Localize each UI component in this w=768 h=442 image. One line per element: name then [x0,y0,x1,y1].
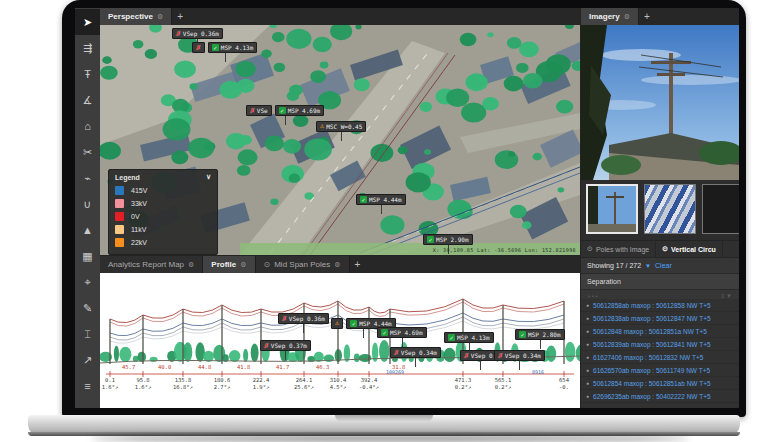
list-item[interactable]: ●50612838ab maxop : 50612847 NW T+5 [581,312,739,325]
draw-pen-icon[interactable]: ✎ [75,295,100,321]
measurement-label[interactable]: ✓MSP 4.13m [444,332,494,343]
legend-label: 11kV [131,226,146,233]
pole-photo[interactable] [581,25,739,180]
terrain-icon[interactable]: ▲ [75,217,100,243]
measurement-label[interactable]: ✓MSP 2.90m [423,234,473,245]
gear-icon[interactable]: ⚙ [240,261,246,269]
snap-magnet-icon[interactable]: ∪ [75,191,100,217]
pole-photo-image [581,25,739,180]
legend-title: Legend [115,174,140,181]
clear-filter-link[interactable]: Clear [655,262,672,269]
filter-icon[interactable]: ▼ [645,263,651,269]
check-icon: ✓ [381,329,388,336]
measurement-label[interactable]: ✓MSP 4.69m [377,327,427,338]
list-item[interactable]: ●50612858ab maxop : 50612858 NW T+5 [581,299,739,312]
measurement-box: ✗VSep 0.34m [494,350,545,361]
measurement-label[interactable]: ✗VSep 0.36m [172,28,223,39]
legend-label: 33kV [131,200,147,207]
list-item[interactable]: ●50612839ab maxop : 50612841 NW T+5 [581,338,739,351]
layers-list-icon[interactable]: ≡ [75,373,100,399]
legend-label: 415V [131,187,147,194]
profile-tabs: Analytics Report Map⚙Profile⚙⊙Mid Span P… [100,256,350,273]
gear-icon[interactable]: ⚙ [334,261,340,269]
list-item[interactable]: ●50612854 maxop : 50612851ab NW T+5 [581,377,739,390]
measurement-label[interactable]: ✓MSP 2.80m [515,329,565,340]
legend-label: 0V [131,213,140,220]
imagery-thumbnail[interactable] [586,184,638,234]
measurement-label[interactable]: ✗VSep 0.36m [278,313,329,324]
imagery-thumbnails [581,180,739,240]
list-tab-vertical-circu[interactable]: ⊙Vertical Circu [656,241,723,257]
x-icon: ✗ [264,342,269,349]
imagery-thumbnail[interactable] [644,184,696,234]
tab-perspective-label: Perspective [108,12,153,21]
warn-icon: ⚠ [320,123,324,130]
poles-list-panel: ⊙Poles with Image⊙Vertical Circu Showing… [581,241,739,408]
measurement-label[interactable]: ✗VSep 0.37m [260,340,311,351]
section-line-icon[interactable]: ⌁ [75,165,100,191]
gear-icon[interactable]: ⚙ [624,13,630,21]
pole-dot-icon: ● [586,354,589,360]
legend-panel: Legend ∨ 415V33kV0V11kV22kV [108,169,218,255]
check-icon: ✓ [519,331,526,338]
map-3d-view[interactable]: ✗VSep 0.36m✗✓MSP 4.13m✗VSe✓MSP 4.69m⚠MSC… [100,25,580,255]
legend-row: 11kV [115,223,211,236]
list-item[interactable]: ●61627406 maxop : 50612832 NW T+5 [581,351,739,364]
list-item[interactable]: ●62696235ab maxop : 50402222 NW T+5 [581,390,739,403]
measurement-box: ✓MSP 2.90m [423,234,473,245]
pointer-icon[interactable]: ➤ [75,9,100,35]
add-tab-button[interactable]: + [639,8,655,25]
legend-swatch [115,225,124,234]
eye-icon: ⊙ [587,245,593,253]
x-icon: ✗ [498,352,503,359]
measurement-label[interactable]: ✗VSe✓MSP 4.69m [246,105,324,116]
list-toolbar-left-icons[interactable]: • • • [588,293,598,299]
check-icon: ✓ [427,236,434,243]
section-separation[interactable]: Separation [581,273,739,290]
check-icon: ✓ [448,334,455,341]
laptop-base [28,415,740,436]
measurement-box: ✓MSP 4.69m [377,327,427,338]
list-toolbar-right-icons[interactable]: ≡ ▼ [721,293,732,299]
chevron-down-icon[interactable]: ∨ [206,173,211,181]
legend-header[interactable]: Legend ∨ [115,173,211,184]
imagery-thumbnail[interactable] [702,184,739,234]
diagonal-measure-icon[interactable]: ↗ [75,347,100,373]
gear-icon[interactable]: ⚙ [188,261,194,269]
check-icon: ✓ [360,196,367,203]
check-icon: ✓ [212,44,219,51]
measurement-label[interactable]: ⚠MSC W=0.45 [316,121,366,132]
add-tab-button[interactable]: + [172,8,188,25]
showing-bar: Showing 17 / 272 ▼ Clear [581,258,739,273]
tab-profile[interactable]: Profile⚙ [203,256,255,273]
pole-dot-icon: ● [586,302,589,308]
position-target-icon[interactable]: ⌖ [75,269,100,295]
list-tab-poles-with-image[interactable]: ⊙Poles with Image [581,241,656,257]
legend-swatch [115,199,124,208]
add-tab-button[interactable]: + [350,256,366,273]
vertical-measure-icon[interactable]: ⌶ [75,321,100,347]
profile-chart[interactable]: ✗VSep 0.36m⚠✓MSP 4.44m✓MSP 4.69m✓MSP 4.1… [100,273,580,408]
legend-label: 22kV [131,239,147,246]
x-icon: ✗ [394,349,399,356]
imagery-grid-icon[interactable]: ▦ [75,243,100,269]
list-item[interactable]: ●61626570ab maxop : 50611749 NW T+5 [581,364,739,377]
pole-marker-icon[interactable]: Ŧ [75,61,100,87]
legend-swatch [115,238,124,247]
gear-icon[interactable]: ⚙ [157,13,163,21]
measurement-label[interactable]: ✗VSep 0.34m [494,350,545,361]
measurement-label[interactable]: ✗✓MSP 4.13m [192,42,257,53]
tab-imagery[interactable]: Imagery ⚙ [581,8,639,25]
measurement-label[interactable]: ✓MSP 4.44m [356,194,406,205]
classify-brush-icon[interactable]: ⇶ [75,35,100,61]
tab-mid-span-poles[interactable]: ⊙Mid Span Poles⚙ [256,256,350,273]
tab-perspective[interactable]: Perspective ⚙ [100,8,172,25]
angle-measure-icon[interactable]: ∡ [75,87,100,113]
clip-scissors-icon[interactable]: ✂ [75,139,100,165]
list-item[interactable]: ●50612848 maxop : 50612851a NW T+5 [581,325,739,338]
pole-dot-icon: ● [586,328,589,334]
home-view-icon[interactable]: ⌂ [75,113,100,139]
profile-panel: Analytics Report Map⚙Profile⚙⊙Mid Span P… [100,256,580,408]
measurement-label[interactable]: ✗VSep 0.34m [390,347,441,358]
tab-analytics-report-map[interactable]: Analytics Report Map⚙ [100,256,203,273]
